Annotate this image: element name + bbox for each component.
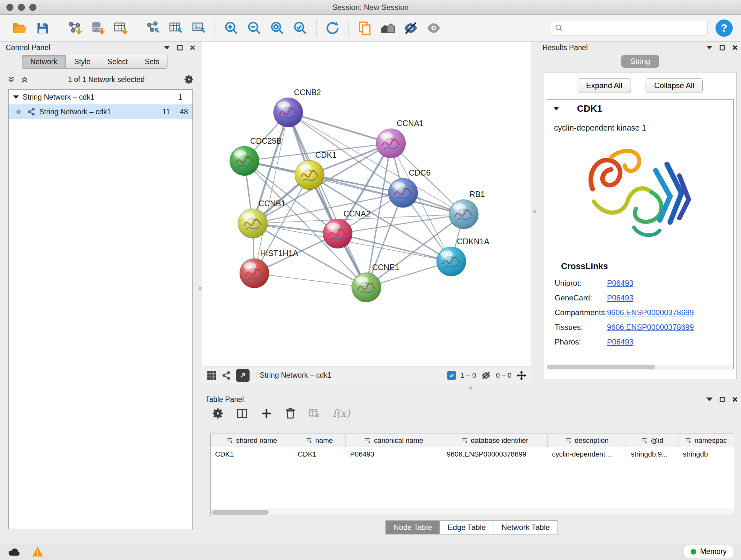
horizontal-scrollbar[interactable] [547,365,733,369]
network-view: CCNB2CCNA1CDC25BCDK1CDC6RB1CCNB1CCNA2CDK… [202,42,531,384]
tab-network[interactable]: Network [22,55,65,69]
network-overview-button[interactable] [221,371,231,380]
column-header[interactable]: namespac [678,434,733,447]
zoom-in-button[interactable] [220,18,243,38]
table-cell: stringdb:9... [626,447,678,461]
column-header[interactable]: shared name [211,434,293,447]
network-node-cdkn1a[interactable]: CDKN1A [436,237,489,276]
close-panel-button[interactable]: × [732,43,738,52]
scrollbar-thumb[interactable] [212,510,269,515]
network-options-button[interactable] [184,74,194,84]
close-panel-button[interactable]: × [190,43,195,52]
collapse-all-button[interactable]: Collapse All [646,78,703,93]
network-node-ccnb2[interactable]: CCNB2 [273,88,321,127]
network-node-ccne1[interactable]: CCNE1 [352,263,399,302]
zoom-selected-button[interactable] [289,18,312,38]
tab-style[interactable]: Style [65,55,98,69]
network-row[interactable]: String Network – cdk1 11 48 [9,105,192,119]
network-collection-row[interactable]: String Network – cdk1 1 [9,90,192,105]
minimize-window-button[interactable] [18,4,25,11]
zoom-fit-button[interactable] [266,18,289,38]
import-network-from-database-button[interactable] [86,18,110,38]
tab-network-table[interactable]: Network Table [494,520,558,535]
column-header[interactable]: description [548,434,626,447]
close-window-button[interactable] [6,4,13,11]
network-node-rb1[interactable]: RB1 [449,190,485,229]
show-hidden-button[interactable] [422,18,445,38]
delete-column-button[interactable] [285,408,296,420]
open-session-button[interactable] [8,18,31,38]
delete-table-button[interactable] [308,408,320,420]
table-options-button[interactable] [212,408,224,420]
detach-view-button[interactable] [236,369,250,382]
zoom-out-button[interactable] [243,18,266,38]
float-panel-button[interactable] [177,45,183,51]
expander-icon[interactable] [553,107,559,111]
application-window: Session: New Session [0,0,741,560]
help-button[interactable]: ? [716,19,733,37]
bottom-splitter-handle[interactable] [469,386,472,389]
memory-button[interactable]: Memory [684,545,733,558]
network-label: String Network – cdk1 [39,108,152,116]
cloud-status-button[interactable] [8,547,20,557]
collapse-panel-button[interactable] [164,46,170,50]
import-table-from-file-button[interactable] [110,18,132,38]
left-splitter-handle[interactable] [199,287,202,290]
network-node-cdk1[interactable]: CDK1 [295,150,337,190]
zoom-window-button[interactable] [29,4,37,11]
close-panel-button[interactable]: × [732,395,738,404]
pan-mode-button[interactable] [516,370,527,381]
column-header[interactable]: database identifier [442,434,548,447]
duplicate-network-button[interactable] [353,18,376,38]
hide-selected-button[interactable] [399,18,422,38]
network-node-hist1h1a[interactable]: HIST1H1A [240,249,298,288]
crosslink-value-link[interactable]: 9606.ENSP00000378699 [607,323,694,332]
crosslink-value-link[interactable]: P06493 [607,294,633,302]
right-splitter-handle[interactable] [533,210,536,213]
node-label: CDC25B [250,136,282,145]
function-builder-button[interactable]: f(x) [333,408,350,420]
crosslink-row: GeneCard: P06493 [547,291,733,305]
table-cell: 9606.ENSP00000378699 [442,447,548,461]
show-columns-button[interactable] [236,408,248,420]
crosslink-value-link[interactable]: P06493 [607,337,633,347]
expand-all-networks-button[interactable] [7,76,15,83]
export-image-button[interactable] [188,18,211,38]
column-header[interactable]: name [293,434,346,447]
crosslink-value-link[interactable]: P06493 [607,279,633,288]
grid-view-button[interactable] [207,371,216,380]
network-node-ccna1[interactable]: CCNA1 [376,119,424,158]
search-input[interactable] [566,24,704,32]
collapse-all-networks-button[interactable] [20,76,29,83]
gear-icon [184,74,194,84]
tab-edge-table[interactable]: Edge Table [440,520,494,535]
tab-select[interactable]: Select [99,55,136,69]
column-label: namespac [694,436,727,445]
crosslink-value-link[interactable]: 9606.ENSP00000378699 [607,308,694,317]
tab-node-table[interactable]: Node Table [386,520,440,535]
warnings-button[interactable] [32,546,44,557]
overview-button[interactable] [376,18,399,38]
table-row[interactable]: CDK1 CDK1 P06493 9606.ENSP00000378699 cy… [211,447,734,461]
apply-layout-button[interactable] [321,18,344,38]
import-network-from-file-button[interactable] [64,18,86,38]
save-session-button[interactable] [31,18,54,38]
tab-sets[interactable]: Sets [136,55,168,69]
string-tab-badge[interactable]: String [621,55,659,68]
float-panel-button[interactable] [720,45,725,51]
protein-name: CDK1 [577,104,602,114]
add-column-button[interactable] [260,408,273,420]
horizontal-scrollbar[interactable] [211,509,734,516]
collapse-panel-button[interactable] [706,397,713,401]
column-header[interactable]: @id [626,434,678,447]
scrollbar-thumb[interactable] [547,365,655,369]
network-graph[interactable]: CCNB2CCNA1CDC25BCDK1CDC6RB1CCNB1CCNA2CDK… [202,42,531,367]
new-network-from-selection-button[interactable] [142,18,165,38]
export-table-button[interactable] [165,18,188,38]
protein-section-header[interactable]: CDK1 [547,100,733,118]
float-panel-button[interactable] [720,397,725,402]
expander-icon[interactable] [13,96,19,99]
expand-all-button[interactable]: Expand All [578,78,631,93]
column-header[interactable]: canonical name [346,434,442,447]
collapse-panel-button[interactable] [706,46,713,50]
